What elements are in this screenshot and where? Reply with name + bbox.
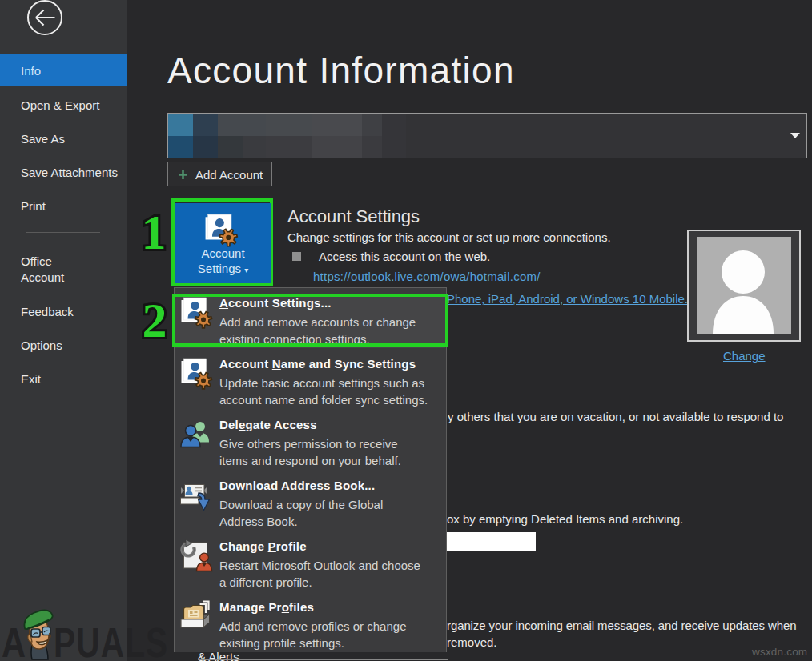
- svg-text:2: 2: [143, 293, 167, 347]
- svg-text:1: 1: [142, 205, 167, 259]
